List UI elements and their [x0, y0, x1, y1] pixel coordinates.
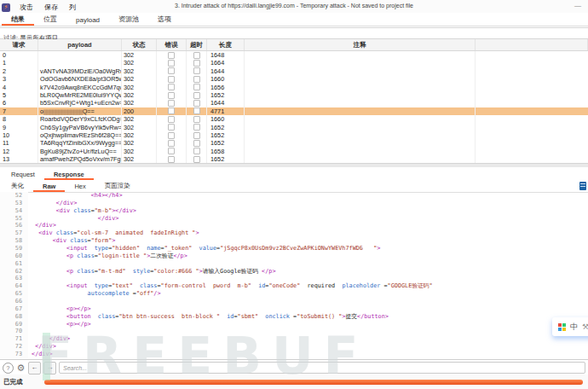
- timeout-checkbox[interactable]: [193, 67, 200, 74]
- table-row[interactable]: 13021664: [0, 59, 588, 67]
- table-row[interactable]: 9Ch6Sy1gyPaVB6vyYik5vRw==3021652: [0, 124, 588, 131]
- timeout-checkbox[interactable]: [193, 132, 200, 139]
- error-cell: [157, 115, 187, 123]
- line-number: 73: [0, 351, 28, 358]
- error-checkbox[interactable]: [168, 140, 175, 147]
- response-raw-viewer[interactable]: 52 <h4></h4>53 </div>54 <div class="m-b"…: [0, 192, 588, 359]
- timeout-checkbox[interactable]: [193, 100, 200, 107]
- timeout-cell: [187, 75, 207, 83]
- help-icon[interactable]: ?: [3, 363, 14, 374]
- table-row[interactable]: 10oQxjhwplimavREzSh6f28Q==3021652: [0, 131, 588, 139]
- request-number: 1: [0, 59, 38, 67]
- tab-render[interactable]: 页面渲染: [95, 180, 140, 192]
- timeout-cell: [187, 51, 207, 59]
- ime-language-indicator[interactable]: 中: [570, 322, 578, 333]
- table-row[interactable]: 03021648: [0, 51, 588, 59]
- tab-resource-pool[interactable]: 资源池: [109, 13, 148, 26]
- timeout-checkbox[interactable]: [193, 156, 200, 163]
- ime-extra-icon[interactable]: ⚒: [582, 322, 588, 331]
- timeout-checkbox[interactable]: [193, 84, 200, 90]
- error-checkbox[interactable]: [168, 107, 175, 114]
- tab-response[interactable]: Response: [44, 169, 94, 180]
- error-checkbox[interactable]: [168, 60, 175, 67]
- tab-results[interactable]: 结果: [2, 13, 34, 26]
- column-request[interactable]: 请求: [0, 39, 38, 50]
- column-timeout[interactable]: 超时: [187, 39, 207, 50]
- timeout-checkbox[interactable]: [193, 107, 200, 114]
- timeout-checkbox[interactable]: [193, 76, 200, 83]
- error-checkbox[interactable]: [168, 156, 175, 163]
- table-row[interactable]: 6b5SxCnvRjC+Wtg1+uEcn2w==3021644: [0, 99, 588, 107]
- spacer-cell: [476, 148, 588, 155]
- timeout-checkbox[interactable]: [193, 60, 200, 67]
- table-row[interactable]: 11TA6RqqYfZinibGXx/9Wygg==3021652: [0, 139, 588, 147]
- column-length[interactable]: 长度: [207, 39, 245, 50]
- code-line: 64 <input type="text" class="form-contro…: [0, 282, 588, 290]
- ime-grid-icon[interactable]: [558, 323, 566, 331]
- timeout-checkbox[interactable]: [193, 124, 200, 131]
- payload-value: [38, 51, 122, 59]
- table-row[interactable]: 5bLR0QwMrRE2ME0lui9YYQw==3021652: [0, 91, 588, 99]
- error-checkbox[interactable]: [168, 92, 175, 99]
- ime-popup: 中 ⚒: [552, 317, 588, 336]
- error-cell: [157, 148, 187, 155]
- tab-request[interactable]: Request: [2, 169, 44, 180]
- error-cell: [157, 107, 187, 115]
- table-row[interactable]: 8RoarbdVQDerY9xCLfcKODg==3021660: [0, 115, 588, 123]
- code-line: 53 </div>: [0, 200, 588, 207]
- status-code: 200: [122, 107, 157, 115]
- tab-hex[interactable]: Hex: [65, 181, 95, 192]
- table-row[interactable]: 12BgKu89jZtvZo+Ur/flzLuQ==3021658: [0, 148, 588, 155]
- code-line: 56 </div>: [0, 222, 588, 229]
- comment-cell: [245, 115, 476, 123]
- search-input[interactable]: [59, 362, 585, 374]
- error-checkbox[interactable]: [168, 67, 175, 74]
- error-checkbox[interactable]: [168, 116, 175, 123]
- column-payload[interactable]: payload: [38, 39, 122, 50]
- status-code: 302: [122, 84, 157, 91]
- column-status[interactable]: 状态: [122, 39, 157, 50]
- spacer-cell: [476, 67, 588, 75]
- tab-options[interactable]: 选项: [148, 13, 181, 26]
- table-row[interactable]: 4k7V42o9Awq8nEKCcGdM7qw==3021656: [0, 84, 588, 91]
- filter-bar[interactable]: 过滤: 显示所有项目: [0, 27, 588, 39]
- menu-save[interactable]: 保存: [43, 2, 60, 13]
- line-number: 65: [0, 290, 28, 298]
- table-row[interactable]: 2vANTvNA39MDzlE/Oa0WgRw==3021644: [0, 67, 588, 75]
- tab-positions[interactable]: 位置: [34, 13, 66, 26]
- timeout-checkbox[interactable]: [193, 52, 200, 59]
- payload-value: OdOGavb6NXDE8a/pt3OR5w==: [38, 75, 122, 83]
- gear-icon[interactable]: ⚙: [16, 363, 26, 373]
- menu-attack[interactable]: 攻击: [18, 2, 35, 13]
- menu-columns[interactable]: 列: [67, 2, 78, 13]
- comment-cell: [245, 139, 476, 147]
- tab-payloads[interactable]: payload: [66, 15, 109, 26]
- timeout-checkbox[interactable]: [193, 148, 200, 154]
- error-checkbox[interactable]: [168, 100, 175, 107]
- error-checkbox[interactable]: [168, 124, 175, 131]
- column-error[interactable]: 错误: [157, 39, 187, 50]
- timeout-checkbox[interactable]: [193, 92, 200, 99]
- payload-value: BgKu89jZtvZo+Ur/flzLuQ==: [38, 148, 122, 155]
- error-checkbox[interactable]: [168, 52, 175, 59]
- code-line: 63: [0, 275, 588, 282]
- error-checkbox[interactable]: [168, 76, 175, 83]
- table-row[interactable]: 3OdOGavb6NXDE8a/pt3OR5w==3021660: [0, 75, 588, 83]
- minimize-button[interactable]: —: [574, 2, 581, 9]
- timeout-checkbox[interactable]: [193, 140, 200, 147]
- inspector-icon[interactable]: [579, 182, 586, 190]
- tab-raw[interactable]: Raw: [33, 181, 65, 192]
- line-number: 52: [0, 192, 28, 200]
- error-checkbox[interactable]: [168, 84, 175, 90]
- tab-pretty[interactable]: 美化: [2, 180, 33, 192]
- next-match-button[interactable]: →: [43, 362, 56, 374]
- table-row[interactable]: 7o▓▓▓▓▓▓▓▓▓▓▓▓▓Q==2004771: [0, 107, 588, 115]
- spacer-cell: [476, 131, 588, 139]
- column-comment[interactable]: 注释: [245, 39, 476, 50]
- timeout-checkbox[interactable]: [193, 116, 200, 123]
- error-checkbox[interactable]: [168, 148, 175, 154]
- prev-match-button[interactable]: ←: [28, 362, 41, 374]
- error-checkbox[interactable]: [168, 132, 175, 139]
- line-number: 57: [0, 229, 28, 237]
- request-number: 3: [0, 75, 38, 83]
